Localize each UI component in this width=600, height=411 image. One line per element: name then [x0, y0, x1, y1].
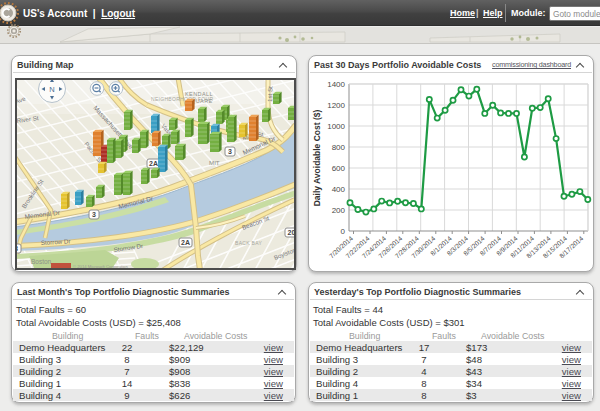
svg-text:200: 200	[332, 206, 346, 215]
svg-text:1200: 1200	[327, 101, 345, 110]
svg-text:600: 600	[332, 164, 346, 173]
svg-text:3: 3	[228, 148, 232, 155]
svg-text:1000: 1000	[327, 122, 345, 131]
svg-text:3: 3	[92, 211, 96, 218]
svg-text:Daily Avoidable Cost ($): Daily Avoidable Cost ($)	[312, 109, 322, 206]
svg-text:2A: 2A	[149, 160, 158, 167]
svg-text:N: N	[49, 85, 54, 94]
svg-text:400: 400	[332, 185, 346, 194]
svg-text:Boston: Boston	[31, 258, 52, 265]
svg-text:1400: 1400	[327, 80, 345, 89]
svg-text:BACK BAY: BACK BAY	[235, 240, 262, 246]
svg-text:1st St: 1st St	[266, 86, 274, 102]
svg-text:KENDALL: KENDALL	[185, 91, 213, 97]
svg-text:800: 800	[332, 143, 346, 152]
svg-text:2A: 2A	[181, 239, 190, 246]
svg-text:MIT: MIT	[209, 159, 220, 166]
svg-text:0: 0	[341, 227, 346, 236]
